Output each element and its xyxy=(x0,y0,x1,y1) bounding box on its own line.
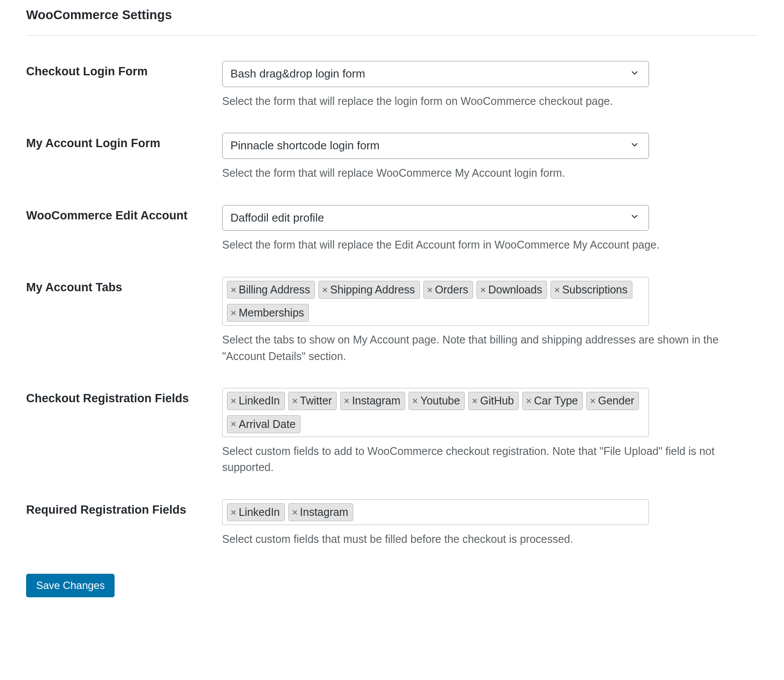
tag[interactable]: GitHub xyxy=(468,392,519,410)
close-icon[interactable] xyxy=(589,397,596,404)
woocommerce-edit-account-label: WooCommerce Edit Account xyxy=(26,197,222,269)
woocommerce-edit-account-select[interactable]: Daffodil edit profile xyxy=(222,205,649,231)
my-account-tabs-description: Select the tabs to show on My Account pa… xyxy=(222,332,745,364)
tag[interactable]: Car Type xyxy=(522,392,583,410)
tag-label: Orders xyxy=(435,283,468,296)
tag-label: Instagram xyxy=(352,394,400,407)
page-title: WooCommerce Settings xyxy=(26,8,758,27)
my-account-tabs-label: My Account Tabs xyxy=(26,269,222,380)
woocommerce-edit-account-description: Select the form that will replace the Ed… xyxy=(222,237,745,253)
close-icon[interactable] xyxy=(471,397,478,404)
tag-label: Arrival Date xyxy=(239,417,296,431)
tag-label: Gender xyxy=(598,394,634,407)
close-icon[interactable] xyxy=(525,397,532,404)
close-icon[interactable] xyxy=(230,310,237,316)
close-icon[interactable] xyxy=(412,397,419,404)
my-account-tabs-tagbox[interactable]: Billing AddressShipping AddressOrdersDow… xyxy=(222,277,649,326)
checkout-registration-fields-tagbox[interactable]: LinkedInTwitterInstagramYoutubeGitHubCar… xyxy=(222,388,649,437)
close-icon[interactable] xyxy=(230,509,237,516)
close-icon[interactable] xyxy=(291,509,298,516)
tag-label: Youtube xyxy=(420,394,460,407)
tag[interactable]: Arrival Date xyxy=(227,415,301,433)
checkout-registration-fields-label: Checkout Registration Fields xyxy=(26,380,222,491)
tag-label: LinkedIn xyxy=(239,394,280,407)
tag[interactable]: Shipping Address xyxy=(318,281,420,299)
tag-label: Billing Address xyxy=(239,283,310,296)
my-account-login-form-description: Select the form that will replace WooCom… xyxy=(222,165,745,182)
tag[interactable]: Billing Address xyxy=(227,281,315,299)
section-divider xyxy=(26,35,758,36)
tag[interactable]: Gender xyxy=(586,392,639,410)
save-changes-button[interactable]: Save Changes xyxy=(26,574,115,598)
tag[interactable]: Twitter xyxy=(288,392,337,410)
tag[interactable]: Instagram xyxy=(340,392,405,410)
settings-table: Checkout Login Form Bash drag&drop login… xyxy=(26,53,758,563)
tag[interactable]: Downloads xyxy=(476,281,547,299)
tag-label: LinkedIn xyxy=(239,505,280,519)
close-icon[interactable] xyxy=(230,421,237,428)
tag-label: Memberships xyxy=(239,306,304,320)
close-icon[interactable] xyxy=(480,286,487,293)
tag-label: Twitter xyxy=(300,394,332,407)
tag-label: Car Type xyxy=(534,394,578,407)
close-icon[interactable] xyxy=(230,397,237,404)
tag-label: Instagram xyxy=(300,505,348,519)
required-registration-fields-label: Required Registration Fields xyxy=(26,491,222,563)
checkout-login-form-description: Select the form that will replace the lo… xyxy=(222,93,745,110)
tag[interactable]: Orders xyxy=(423,281,473,299)
tag[interactable]: Subscriptions xyxy=(551,281,632,299)
my-account-login-form-select[interactable]: Pinnacle shortcode login form xyxy=(222,133,649,159)
tag[interactable]: Youtube xyxy=(409,392,465,410)
tag[interactable]: Memberships xyxy=(227,304,309,322)
tag-label: Downloads xyxy=(488,283,542,296)
checkout-login-form-label: Checkout Login Form xyxy=(26,53,222,125)
tag[interactable]: LinkedIn xyxy=(227,503,285,521)
my-account-login-form-label: My Account Login Form xyxy=(26,125,222,197)
checkout-registration-fields-description: Select custom fields to add to WooCommer… xyxy=(222,443,745,476)
tag[interactable]: LinkedIn xyxy=(227,392,285,410)
checkout-login-form-select[interactable]: Bash drag&drop login form xyxy=(222,61,649,87)
tag[interactable]: Instagram xyxy=(288,503,353,521)
close-icon[interactable] xyxy=(230,286,237,293)
tag-label: GitHub xyxy=(480,394,514,407)
close-icon[interactable] xyxy=(554,286,561,293)
tag-label: Shipping Address xyxy=(330,283,415,296)
close-icon[interactable] xyxy=(343,397,350,404)
required-registration-fields-description: Select custom fields that must be filled… xyxy=(222,531,745,548)
tag-label: Subscriptions xyxy=(562,283,628,296)
close-icon[interactable] xyxy=(426,286,433,293)
close-icon[interactable] xyxy=(321,286,328,293)
close-icon[interactable] xyxy=(291,397,298,404)
required-registration-fields-tagbox[interactable]: LinkedInInstagram xyxy=(222,499,649,525)
